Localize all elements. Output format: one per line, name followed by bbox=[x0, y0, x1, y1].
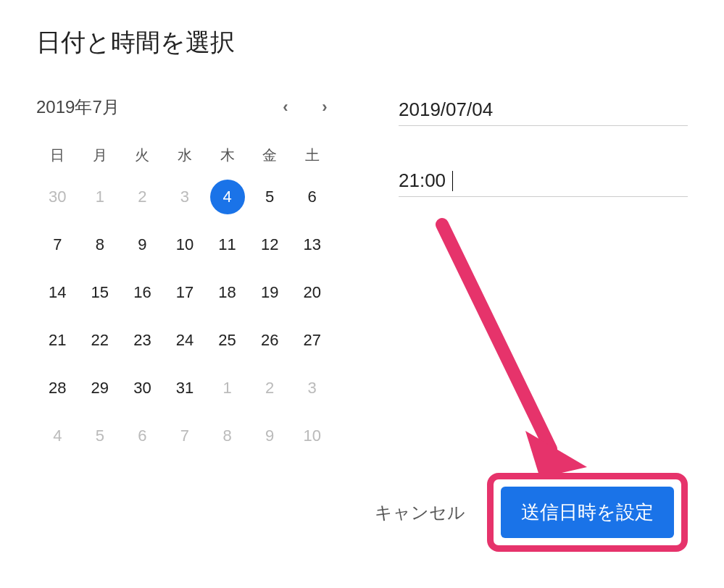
weekday-label: 火 bbox=[121, 140, 164, 169]
time-input[interactable] bbox=[399, 169, 688, 192]
calendar-day[interactable]: 19 bbox=[249, 275, 291, 310]
month-nav: ‹ › bbox=[277, 98, 333, 116]
calendar-day[interactable]: 27 bbox=[291, 323, 333, 358]
calendar-day[interactable]: 13 bbox=[291, 227, 333, 262]
calendar-panel: 2019年7月 ‹ › 日月火水木金土 30123456789101112131… bbox=[36, 96, 333, 453]
weekday-label: 水 bbox=[164, 140, 207, 169]
calendar-day[interactable]: 3 bbox=[291, 371, 333, 406]
prev-month-button[interactable]: ‹ bbox=[277, 98, 294, 116]
dialog-title: 日付と時間を選択 bbox=[36, 26, 688, 59]
calendar-day[interactable]: 2 bbox=[121, 180, 164, 214]
weekday-label: 日 bbox=[36, 140, 79, 169]
calendar-day[interactable]: 1 bbox=[206, 371, 249, 406]
calendar-day[interactable]: 4 bbox=[206, 180, 249, 214]
weekday-label: 月 bbox=[79, 140, 122, 169]
calendar-day[interactable]: 5 bbox=[79, 419, 122, 453]
chevron-left-icon: ‹ bbox=[283, 98, 288, 117]
calendar-day[interactable]: 2 bbox=[249, 371, 291, 406]
calendar-day[interactable]: 10 bbox=[291, 419, 333, 453]
submit-button[interactable]: 送信日時を設定 bbox=[501, 487, 674, 538]
calendar-day[interactable]: 29 bbox=[79, 371, 122, 406]
submit-button-highlight: 送信日時を設定 bbox=[487, 473, 688, 552]
weekday-label: 土 bbox=[291, 140, 333, 169]
calendar-day[interactable]: 16 bbox=[121, 275, 164, 310]
actions-row: キャンセル 送信日時を設定 bbox=[366, 473, 688, 552]
calendar-day[interactable]: 1 bbox=[79, 180, 122, 214]
calendar-day[interactable]: 10 bbox=[164, 227, 207, 262]
calendar-day[interactable]: 12 bbox=[249, 227, 291, 262]
calendar-day[interactable]: 5 bbox=[249, 180, 291, 214]
time-field-wrapper bbox=[399, 169, 688, 197]
calendar-day[interactable]: 26 bbox=[249, 323, 291, 358]
calendar-day[interactable]: 11 bbox=[206, 227, 249, 262]
chevron-right-icon: › bbox=[322, 98, 327, 117]
date-input[interactable] bbox=[399, 98, 688, 121]
calendar-day[interactable]: 28 bbox=[36, 371, 79, 406]
cancel-button[interactable]: キャンセル bbox=[366, 490, 474, 536]
calendar-day[interactable]: 15 bbox=[79, 275, 122, 310]
weekday-label: 木 bbox=[206, 140, 249, 169]
fields-panel bbox=[399, 96, 688, 453]
calendar-day[interactable]: 3 bbox=[164, 180, 207, 214]
calendar-day[interactable]: 4 bbox=[36, 419, 79, 453]
text-cursor bbox=[452, 171, 453, 191]
calendar-day[interactable]: 31 bbox=[164, 371, 207, 406]
calendar-day[interactable]: 8 bbox=[206, 419, 249, 453]
calendar-day[interactable]: 23 bbox=[121, 323, 164, 358]
days-grid: 3012345678910111213141516171819202122232… bbox=[36, 180, 333, 453]
calendar-day[interactable]: 30 bbox=[36, 180, 79, 214]
calendar-day[interactable]: 9 bbox=[121, 227, 164, 262]
calendar-day[interactable]: 14 bbox=[36, 275, 79, 310]
calendar-day[interactable]: 17 bbox=[164, 275, 207, 310]
calendar-day[interactable]: 20 bbox=[291, 275, 333, 310]
next-month-button[interactable]: › bbox=[316, 98, 333, 116]
calendar-day[interactable]: 6 bbox=[121, 419, 164, 453]
calendar-day[interactable]: 21 bbox=[36, 323, 79, 358]
calendar-day[interactable]: 18 bbox=[206, 275, 249, 310]
content-row: 2019年7月 ‹ › 日月火水木金土 30123456789101112131… bbox=[36, 96, 688, 453]
calendar-day[interactable]: 7 bbox=[164, 419, 207, 453]
calendar-day[interactable]: 7 bbox=[36, 227, 79, 262]
calendar-day[interactable]: 30 bbox=[121, 371, 164, 406]
calendar-day[interactable]: 22 bbox=[79, 323, 122, 358]
calendar-day[interactable]: 9 bbox=[249, 419, 291, 453]
month-label: 2019年7月 bbox=[36, 96, 120, 119]
calendar-day[interactable]: 24 bbox=[164, 323, 207, 358]
calendar-day[interactable]: 8 bbox=[79, 227, 122, 262]
calendar-day[interactable]: 6 bbox=[291, 180, 333, 214]
date-field-wrapper bbox=[399, 98, 688, 126]
weekday-label: 金 bbox=[249, 140, 291, 169]
weekday-row: 日月火水木金土 bbox=[36, 140, 333, 169]
calendar-header: 2019年7月 ‹ › bbox=[36, 96, 333, 119]
calendar-day[interactable]: 25 bbox=[206, 323, 249, 358]
